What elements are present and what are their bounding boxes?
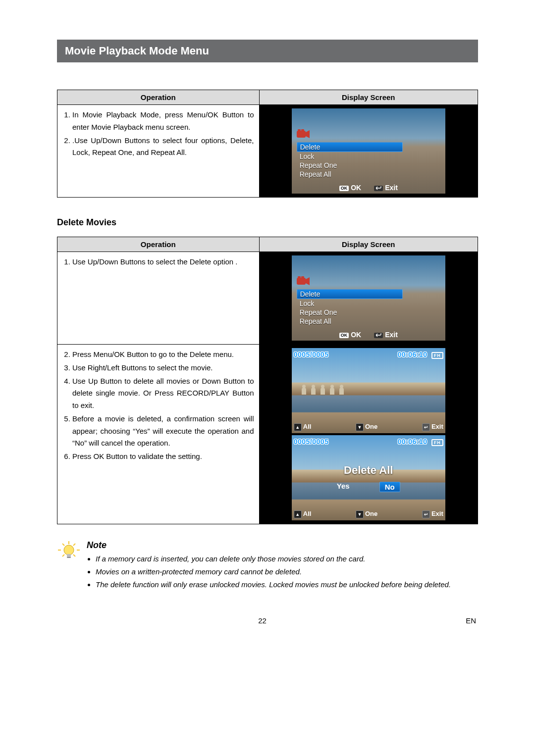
scene-people — [302, 388, 344, 395]
confirm-yes: Yes — [337, 482, 350, 492]
page-title: Movie Playback Mode Menu — [57, 40, 478, 62]
menu-item-delete: Delete — [297, 142, 403, 152]
ok-hint: OKOK — [339, 184, 362, 192]
step-text: Press OK Button to validate the setting. — [72, 451, 254, 463]
display-cell: Delete Lock Repeat One Repeat All OKOK E… — [259, 105, 478, 198]
step-text: Use Up/Down Buttons to select the Delete… — [72, 256, 254, 268]
delete-all-label: Delete All — [292, 464, 445, 477]
step-text: In Movie Playback Mode, press Menu/OK Bu… — [72, 109, 254, 134]
operation-cell: Press Menu/OK Button to go to the Delete… — [57, 345, 260, 524]
ok-badge-icon: OK — [339, 333, 349, 338]
document-page: Movie Playback Mode Menu Operation Displ… — [0, 0, 535, 645]
svg-line-14 — [62, 544, 64, 546]
confirm-no: No — [379, 482, 400, 492]
clip-counter: 0005/0005 — [294, 351, 329, 358]
note-item: The delete function will only erase unlo… — [96, 579, 451, 590]
svg-rect-4 — [297, 278, 306, 285]
menu-item-repeat-one: Repeat One — [297, 308, 402, 317]
note-block: Note If a memory card is inserted, you c… — [57, 539, 478, 592]
exit-hint: ↩Exit — [422, 510, 443, 518]
ok-badge-icon: OK — [339, 186, 349, 191]
menu-item-lock: Lock — [297, 152, 402, 161]
menu-item-repeat-all: Repeat All — [297, 317, 402, 326]
down-arrow-icon: ▼ — [356, 423, 364, 431]
svg-point-8 — [64, 545, 74, 555]
ok-hint: OKOK — [339, 331, 362, 339]
return-icon — [374, 186, 383, 191]
camera-delete-confirm-screen: 0005/0005 00:06:10 FH Delete All Yes No … — [292, 435, 445, 520]
camera-delete-screen: 0005/0005 00:06:10 FH ▲All ▼One ↩Exit — [292, 348, 445, 433]
col-display: Display Screen — [259, 237, 478, 252]
operation-cell: In Movie Playback Mode, press Menu/OK Bu… — [57, 105, 260, 198]
step-text: Use Up Button to delete all movies or Do… — [72, 375, 254, 412]
section-heading-delete: Delete Movies — [57, 217, 478, 228]
svg-rect-0 — [297, 131, 306, 138]
svg-rect-9 — [67, 554, 71, 557]
resolution-badge: FH — [431, 352, 443, 359]
return-icon: ↩ — [422, 423, 430, 431]
up-arrow-icon: ▲ — [294, 423, 302, 431]
movie-mode-icon — [297, 276, 311, 286]
svg-line-17 — [73, 554, 75, 556]
col-display: Display Screen — [259, 90, 478, 105]
note-content: Note If a memory card is inserted, you c… — [87, 539, 451, 592]
clip-counter: 0005/0005 — [294, 438, 329, 446]
lightbulb-icon — [57, 539, 81, 564]
step-text: .Use Up/Down Buttons to select four opti… — [72, 135, 254, 159]
up-arrow-icon: ▲ — [294, 510, 302, 518]
operation-table-2: Operation Display Screen Use Up/Down But… — [57, 237, 478, 524]
col-operation: Operation — [57, 237, 260, 252]
step-text: Before a movie is deleted, a confirmatio… — [72, 413, 254, 450]
display-cell: Delete Lock Repeat One Repeat All OKOK E… — [259, 252, 478, 345]
clip-time: 00:06:10 — [398, 438, 428, 446]
menu-item-lock: Lock — [297, 299, 402, 308]
svg-marker-5 — [306, 277, 310, 285]
display-cell: 0005/0005 00:06:10 FH ▲All ▼One ↩Exit — [259, 345, 478, 524]
page-footer: 22 EN — [57, 616, 478, 625]
operation-cell: Use Up/Down Buttons to select the Delete… — [57, 252, 260, 345]
exit-hint: Exit — [374, 331, 398, 339]
camera-menu-screen: Delete Lock Repeat One Repeat All OKOK E… — [292, 108, 445, 194]
menu-item-repeat-all: Repeat All — [297, 170, 402, 179]
col-operation: Operation — [57, 90, 260, 105]
down-arrow-icon: ▼ — [356, 510, 364, 518]
page-lang: EN — [466, 616, 476, 625]
return-icon: ↩ — [422, 510, 430, 518]
one-hint: ▼One — [356, 423, 377, 431]
step-text: Press Menu/OK Button to go to the Delete… — [72, 349, 254, 361]
all-hint: ▲All — [294, 423, 312, 431]
note-item: Movies on a written-protected memory car… — [96, 566, 451, 577]
svg-line-15 — [73, 544, 75, 546]
step-text: Use Right/Left Buttons to select the mov… — [72, 362, 254, 374]
menu-item-repeat-one: Repeat One — [297, 161, 402, 170]
svg-rect-10 — [67, 557, 71, 558]
menu-item-delete: Delete — [297, 289, 403, 299]
clip-time: 00:06:10 — [398, 351, 428, 358]
svg-line-16 — [62, 554, 64, 556]
note-heading: Note — [87, 540, 451, 551]
exit-hint: ↩Exit — [422, 423, 443, 431]
operation-table-1: Operation Display Screen In Movie Playba… — [57, 90, 478, 198]
exit-hint: Exit — [374, 184, 398, 192]
return-icon — [374, 333, 383, 338]
movie-mode-icon — [297, 129, 311, 139]
svg-marker-1 — [306, 130, 310, 138]
one-hint: ▼One — [356, 510, 377, 518]
camera-menu-screen: Delete Lock Repeat One Repeat All OKOK E… — [292, 255, 445, 341]
note-item: If a memory card is inserted, you can de… — [96, 554, 451, 564]
page-number: 22 — [59, 616, 466, 625]
all-hint: ▲All — [294, 510, 312, 518]
resolution-badge: FH — [431, 439, 443, 446]
